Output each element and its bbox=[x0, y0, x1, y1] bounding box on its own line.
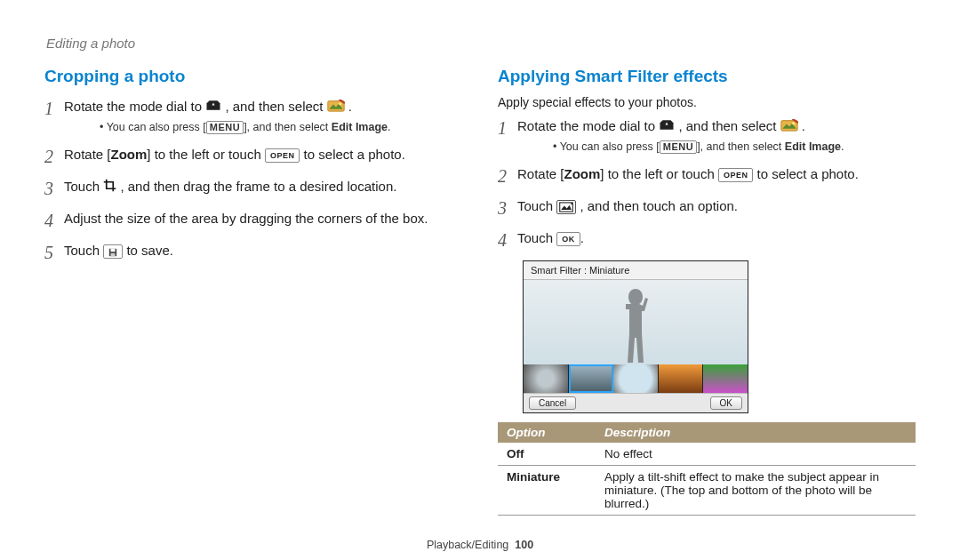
text: . bbox=[388, 121, 390, 133]
text: ] to the left or touch bbox=[600, 166, 718, 181]
note-line: You can also press [MENU], and then sele… bbox=[100, 119, 462, 136]
text: Touch bbox=[517, 230, 556, 245]
text: Touch bbox=[64, 243, 103, 258]
page-footer: Playback/Editing 100 bbox=[44, 524, 916, 551]
preview-photo bbox=[524, 280, 748, 364]
edit-image-icon bbox=[780, 117, 798, 138]
open-button-badge: OPEN bbox=[718, 168, 754, 182]
mode-dial-icon bbox=[205, 98, 221, 118]
save-icon-badge bbox=[103, 244, 123, 259]
text: You can also press [ bbox=[560, 140, 660, 153]
step-number: 4 bbox=[44, 207, 64, 234]
text: . bbox=[841, 140, 844, 153]
svg-point-2 bbox=[339, 102, 341, 105]
bold-text: Zoom bbox=[564, 166, 601, 181]
step-text: Rotate [Zoom] to the left or touch OPEN … bbox=[64, 143, 462, 165]
filter-preview: Smart Filter : Miniature Cancel OK bbox=[523, 260, 748, 413]
text: . bbox=[348, 99, 352, 114]
menu-button-badge: MENU bbox=[660, 140, 697, 154]
table-row: Off No effect bbox=[498, 443, 916, 466]
footer-section: Playback/Editing bbox=[427, 539, 508, 551]
step-4: 4 Touch OK. bbox=[498, 227, 916, 253]
step-text: Touch OK. bbox=[517, 227, 916, 249]
cropping-steps: 1 Rotate the mode dial to , and then sel… bbox=[44, 95, 462, 266]
step-text: Rotate the mode dial to , and then selec… bbox=[64, 95, 462, 138]
silhouette-icon bbox=[613, 284, 658, 364]
bold-text: Edit Image bbox=[332, 121, 388, 133]
mode-dial-icon bbox=[659, 117, 675, 138]
page-number: 100 bbox=[515, 539, 533, 551]
content-columns: Cropping a photo 1 Rotate the mode dial … bbox=[44, 67, 916, 524]
step-text: Touch ✦ , and then touch an option. bbox=[517, 195, 916, 217]
section-title-filters: Applying Smart Filter effects bbox=[498, 67, 916, 86]
text: Touch bbox=[517, 198, 556, 213]
left-column: Cropping a photo 1 Rotate the mode dial … bbox=[44, 67, 462, 524]
text: to save. bbox=[126, 243, 173, 258]
step-text: Touch to save. bbox=[64, 239, 462, 261]
cancel-button[interactable]: Cancel bbox=[529, 396, 576, 410]
step-text: Adjust the size of the area by dragging … bbox=[64, 207, 462, 229]
filter-steps: 1 Rotate the mode dial to , and then sel… bbox=[498, 115, 916, 253]
filter-thumb-selected[interactable] bbox=[569, 364, 614, 393]
opt-desc: Apply a tilt-shift effect to make the su… bbox=[596, 466, 916, 516]
section-subtitle: Apply special effects to your photos. bbox=[498, 95, 916, 109]
table-row: Miniature Apply a tilt-shift effect to m… bbox=[498, 466, 916, 516]
filter-thumb[interactable] bbox=[703, 364, 748, 393]
edit-image-icon bbox=[327, 98, 345, 118]
step-text: Rotate [Zoom] to the left or touch OPEN … bbox=[517, 163, 916, 185]
breadcrumb: Editing a photo bbox=[44, 36, 916, 51]
svg-rect-8 bbox=[780, 120, 796, 131]
th-option: Option bbox=[498, 422, 596, 443]
opt-name: Miniature bbox=[498, 466, 596, 516]
filter-thumb[interactable] bbox=[613, 364, 659, 393]
opt-desc: No effect bbox=[596, 443, 916, 466]
step-number: 2 bbox=[44, 143, 64, 170]
preview-title: Smart Filter : Miniature bbox=[524, 261, 748, 280]
text: . bbox=[580, 230, 584, 245]
step-3: 3 Touch ✦ , and then touch an option. bbox=[498, 195, 916, 221]
svg-rect-6 bbox=[111, 253, 116, 256]
bold-text: Edit Image bbox=[785, 140, 841, 153]
svg-point-9 bbox=[792, 122, 795, 124]
preview-buttons: Cancel OK bbox=[524, 393, 748, 412]
svg-text:✦: ✦ bbox=[570, 202, 573, 206]
text: to select a photo. bbox=[753, 166, 858, 181]
step-2: 2 Rotate [Zoom] to the left or touch OPE… bbox=[498, 163, 916, 189]
text: You can also press [ bbox=[107, 121, 206, 133]
text: , and then select bbox=[678, 118, 780, 133]
crop-icon bbox=[103, 178, 116, 198]
text: ] to the left or touch bbox=[147, 147, 265, 162]
bold-text: Zoom bbox=[111, 147, 148, 162]
step-text: Touch , and then drag the frame to a des… bbox=[64, 175, 462, 197]
text: Rotate the mode dial to bbox=[64, 99, 205, 114]
open-button-badge: OPEN bbox=[265, 148, 300, 163]
ok-button[interactable]: OK bbox=[710, 396, 742, 410]
step-text: Rotate the mode dial to , and then selec… bbox=[517, 115, 916, 157]
text: ], and then select bbox=[244, 121, 332, 133]
menu-button-badge: MENU bbox=[206, 121, 244, 134]
smart-filter-icon: ✦ bbox=[556, 200, 576, 214]
right-column: Applying Smart Filter effects Apply spec… bbox=[498, 67, 916, 524]
step-note: You can also press [MENU], and then sele… bbox=[64, 119, 462, 136]
text: , and then drag the frame to a desired l… bbox=[120, 179, 396, 194]
step-4: 4 Adjust the size of the area by draggin… bbox=[44, 207, 462, 234]
filter-thumb[interactable] bbox=[659, 364, 704, 393]
text: to select a photo. bbox=[300, 147, 404, 162]
step-number: 1 bbox=[498, 115, 517, 141]
text: Rotate [ bbox=[64, 147, 111, 162]
step-1: 1 Rotate the mode dial to , and then sel… bbox=[44, 95, 462, 138]
filter-thumb[interactable] bbox=[524, 364, 569, 393]
step-number: 4 bbox=[498, 227, 517, 253]
text: . bbox=[802, 118, 805, 133]
step-number: 2 bbox=[498, 163, 517, 189]
ok-button-badge: OK bbox=[556, 232, 580, 246]
text: , and then touch an option. bbox=[580, 198, 738, 213]
text: Rotate the mode dial to bbox=[517, 118, 659, 133]
svg-rect-1 bbox=[327, 100, 343, 111]
th-description: Description bbox=[596, 422, 916, 443]
options-table: Option Description Off No effect Miniatu… bbox=[498, 422, 916, 516]
page: Editing a photo Cropping a photo 1 Rotat… bbox=[0, 0, 960, 560]
note-line: You can also press [MENU], and then sele… bbox=[553, 139, 916, 156]
step-number: 3 bbox=[44, 175, 64, 202]
svg-rect-5 bbox=[111, 249, 116, 252]
